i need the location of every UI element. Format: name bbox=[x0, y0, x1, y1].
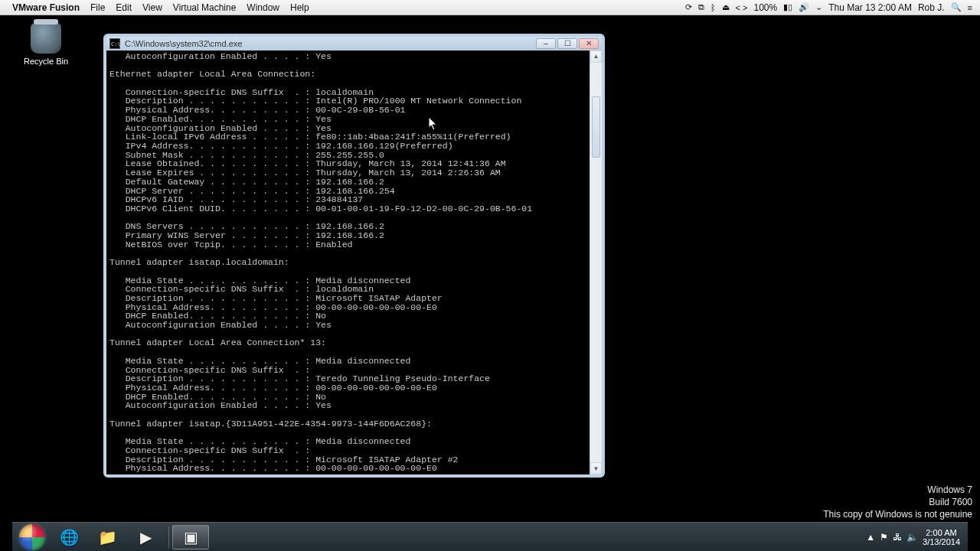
wifi-icon[interactable]: ⌄ bbox=[815, 2, 822, 12]
windows-watermark: Windows 7 Build 7600 This copy of Window… bbox=[823, 484, 972, 520]
display-icon[interactable]: ⧉ bbox=[698, 2, 704, 12]
taskbar-clock-date: 3/13/2014 bbox=[923, 537, 960, 546]
mac-app-name[interactable]: VMware Fusion bbox=[12, 2, 80, 13]
devtools-icon[interactable]: < > bbox=[736, 3, 748, 12]
cmd-taskbar-icon: ▣ bbox=[184, 528, 198, 546]
battery-icon[interactable]: ▮▯ bbox=[783, 2, 792, 12]
tray-volume-icon[interactable]: 🔈 bbox=[906, 532, 918, 543]
taskbar-cmd[interactable]: ▣ bbox=[172, 525, 209, 549]
recycle-bin-label: Recycle Bin bbox=[23, 57, 69, 66]
menu-edit[interactable]: Edit bbox=[116, 2, 132, 13]
volume-icon[interactable]: 🔊 bbox=[799, 2, 809, 12]
watermark-line2: Build 7600 bbox=[823, 496, 972, 508]
folder-icon: 📁 bbox=[98, 528, 117, 546]
action-center-icon[interactable]: ⚑ bbox=[880, 532, 888, 543]
windows-taskbar: 🌐 📁 ▶ ▣ ▲ ⚑ 🖧 🔈 2:00 AM 3/13/2014 bbox=[12, 522, 968, 551]
media-player-icon: ▶ bbox=[140, 528, 152, 546]
network-icon[interactable]: 🖧 bbox=[893, 532, 902, 543]
taskbar-clock[interactable]: 2:00 AM 3/13/2014 bbox=[923, 528, 960, 546]
recycle-bin-icon bbox=[31, 23, 61, 54]
cmd-output[interactable]: Autoconfiguration Enabled . . . . : Yes … bbox=[106, 51, 590, 474]
watermark-line3: This copy of Windows is not genuine bbox=[823, 508, 972, 520]
cmd-window: C:\Windows\system32\cmd.exe – ☐ ✕ Autoco… bbox=[103, 34, 605, 478]
menu-help[interactable]: Help bbox=[290, 2, 309, 13]
cmd-titlebar[interactable]: C:\Windows\system32\cmd.exe – ☐ ✕ bbox=[106, 37, 602, 51]
watermark-line1: Windows 7 bbox=[823, 484, 972, 496]
menu-virtual-machine[interactable]: Virtual Machine bbox=[173, 2, 237, 13]
mac-menubar: VMware Fusion File Edit View Virtual Mac… bbox=[0, 0, 980, 15]
bluetooth-icon[interactable]: ᛒ bbox=[710, 3, 716, 12]
eject-icon[interactable]: ⏏ bbox=[722, 2, 730, 12]
taskbar-explorer[interactable]: 📁 bbox=[89, 525, 126, 549]
scroll-thumb[interactable] bbox=[592, 96, 600, 158]
ie-icon: 🌐 bbox=[60, 528, 79, 546]
menu-view[interactable]: View bbox=[142, 2, 162, 13]
minimize-button[interactable]: – bbox=[536, 38, 556, 49]
notifications-icon[interactable]: ≡ bbox=[968, 3, 972, 12]
scroll-down-icon[interactable]: ▼ bbox=[590, 462, 602, 474]
taskbar-separator bbox=[168, 527, 169, 548]
show-hidden-icons-icon[interactable]: ▲ bbox=[866, 532, 875, 543]
menu-file[interactable]: File bbox=[90, 2, 105, 13]
scroll-up-icon[interactable]: ▲ bbox=[590, 51, 602, 63]
menu-window[interactable]: Window bbox=[247, 2, 279, 13]
taskbar-ie[interactable]: 🌐 bbox=[51, 525, 87, 549]
spotlight-icon[interactable]: 🔍 bbox=[951, 2, 962, 12]
close-button[interactable]: ✕ bbox=[579, 38, 599, 49]
maximize-button[interactable]: ☐ bbox=[557, 38, 577, 49]
cmd-scrollbar[interactable]: ▲ ▼ bbox=[590, 51, 602, 474]
mac-user[interactable]: Rob J. bbox=[918, 2, 945, 13]
cmd-title: C:\Windows\system32\cmd.exe bbox=[125, 39, 534, 48]
taskbar-media-player[interactable]: ▶ bbox=[127, 525, 164, 549]
sync-icon[interactable]: ⟳ bbox=[685, 2, 692, 12]
battery-percent[interactable]: 100% bbox=[753, 2, 777, 13]
windows-orb-icon bbox=[19, 524, 45, 550]
taskbar-clock-time: 2:00 AM bbox=[923, 528, 960, 537]
system-tray[interactable]: ▲ ⚑ 🖧 🔈 2:00 AM 3/13/2014 bbox=[861, 528, 965, 546]
recycle-bin[interactable]: Recycle Bin bbox=[23, 23, 69, 66]
cmd-icon bbox=[109, 38, 120, 49]
start-button[interactable] bbox=[15, 525, 49, 549]
mac-clock[interactable]: Thu Mar 13 2:00 AM bbox=[828, 2, 912, 13]
